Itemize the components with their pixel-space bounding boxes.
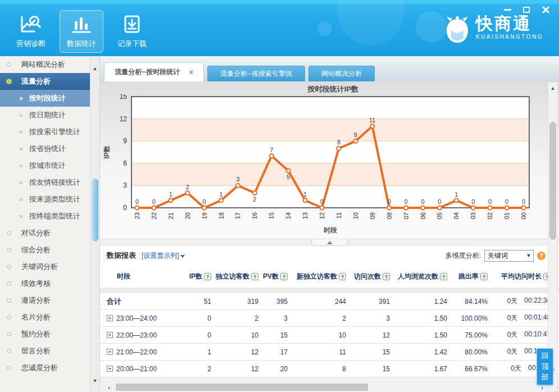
sidebar-item-label: 流量分析 [21, 76, 51, 86]
back-to-top-char: 顶 [542, 362, 549, 372]
expand-row-icon[interactable]: + [107, 349, 113, 355]
column-help-icon[interactable]: ? [204, 273, 211, 280]
sidebar-item-14[interactable]: 邀请分析 [0, 292, 99, 309]
window-controls [502, 4, 551, 15]
column-header-label: PV数 [263, 272, 279, 281]
minimize-button[interactable] [502, 4, 513, 15]
expand-row-icon[interactable]: + [107, 366, 113, 372]
sidebar-scrollbar[interactable]: ▲ ▼ [90, 56, 99, 392]
column-help-icon[interactable]: ? [440, 273, 447, 280]
column-header-label: 新独立访客数 [297, 272, 337, 281]
period-cell: 合计 [100, 297, 184, 307]
svg-text:21: 21 [167, 212, 174, 219]
sidebar-scroll-up-arrow[interactable]: ▲ [90, 64, 99, 73]
toolbar-record-download[interactable]: 记录下载 [110, 10, 154, 53]
svg-text:0: 0 [203, 198, 206, 205]
column-help-icon[interactable]: ? [280, 273, 288, 280]
sidebar-item-5[interactable]: »按省份统计 [0, 140, 99, 157]
sidebar-item-8[interactable]: »按来源类型统计 [0, 191, 99, 208]
column-help-icon[interactable]: ? [480, 273, 488, 280]
scroll-up-arrow[interactable]: ▲ [548, 84, 557, 93]
svg-text:1: 1 [169, 191, 172, 198]
app-window: 营销诊断 数据统计 记录下载 快商通 KUAISHANGTONG [0, 0, 559, 392]
sidebar-item-16[interactable]: 预约分析 [0, 326, 99, 343]
cell-IP数: 1 [184, 348, 213, 356]
tab-close-icon[interactable]: × [189, 68, 193, 76]
column-header-2: 独立访客数? [213, 272, 261, 281]
sidebar-item-label: 按日期统计 [29, 110, 66, 120]
sidebar-item-11[interactable]: 综合分析 [0, 241, 99, 258]
svg-text:1: 1 [303, 191, 307, 198]
bullet-icon [7, 315, 11, 320]
sidebar-item-6[interactable]: »按城市统计 [0, 157, 99, 174]
column-help-icon[interactable]: ? [339, 273, 346, 280]
vertical-scroll-thumb[interactable] [549, 122, 556, 240]
sidebar-item-label: 对话分析 [21, 228, 51, 238]
sidebar-item-7[interactable]: »按友情链接统计 [0, 174, 99, 191]
horizontal-scroll-thumb[interactable] [116, 384, 368, 391]
column-header-6: 人均浏览次数? [392, 272, 449, 281]
sidebar-item-2[interactable]: »按时段统计 [0, 90, 99, 107]
sidebar-item-1[interactable]: 流量分析 [0, 73, 99, 90]
cell-新独立访客数: 2 [290, 314, 348, 322]
main-vertical-scrollbar[interactable]: ▲ ▼ [548, 82, 558, 392]
sidebar-item-12[interactable]: 关键词分析 [0, 258, 99, 275]
tab-2[interactable]: 网站概况分析 [308, 66, 375, 81]
sidebar-item-label: 综合分析 [21, 245, 51, 255]
set-columns-link[interactable]: [设置显示列] [142, 251, 185, 261]
toolbar-marketing-diagnosis[interactable]: 营销诊断 [9, 10, 53, 53]
cell-访问次数: 391 [348, 298, 392, 306]
sidebar-item-4[interactable]: »按搜索引擎统计 [0, 124, 99, 140]
svg-text:2: 2 [253, 196, 256, 203]
svg-text:9: 9 [354, 131, 357, 138]
tab-1[interactable]: 流量分析--按搜索引擎统 [207, 66, 305, 81]
sidebar-item-13[interactable]: 绩效考核 [0, 275, 99, 292]
sidebar-nav: 网站概况分析流量分析»按时段统计»按日期统计»按搜索引擎统计»按省份统计»按城市… [0, 56, 100, 392]
scroll-left-arrow[interactable]: ‹ [104, 384, 113, 391]
sidebar-item-label: 按时段统计 [29, 93, 66, 103]
multi-dimension-help-icon[interactable]: ? [537, 252, 546, 260]
cell-跳出率: 80.00% [449, 348, 490, 356]
dimension-select-value: 关键词 [485, 251, 524, 261]
collapse-chart-button[interactable] [311, 239, 348, 246]
close-icon [542, 6, 549, 13]
svg-text:0: 0 [123, 204, 127, 212]
expand-row-icon[interactable]: + [107, 315, 113, 321]
cell-独立访客数: 12 [213, 365, 261, 373]
svg-text:11: 11 [335, 212, 342, 218]
cell-访问次数: 15 [348, 348, 392, 356]
back-to-top-button[interactable]: 回顶部 [537, 348, 553, 385]
toolbar-data-statistics[interactable]: 数据统计 [60, 10, 103, 53]
dimension-select[interactable]: 关键词 ▼ [484, 250, 534, 262]
cell-人均浏览次数: 1.42 [392, 348, 449, 356]
sidebar-item-15[interactable]: 名片分析 [0, 309, 99, 326]
column-help-icon[interactable]: ? [251, 273, 258, 280]
sidebar-item-17[interactable]: 留言分析 [0, 343, 99, 359]
svg-text:12: 12 [319, 212, 325, 219]
sidebar-item-18[interactable]: 忠诚度分析 [0, 359, 99, 376]
sidebar-scroll-thumb[interactable] [92, 179, 98, 241]
svg-text:06: 06 [420, 212, 426, 219]
sidebar-item-label: 按省份统计 [29, 144, 66, 154]
table-row-2: +22:00—23:000101510121.5075.00%0天00:10:4… [100, 327, 559, 344]
svg-text:3: 3 [236, 176, 239, 183]
cell-PV数: 15 [261, 331, 290, 339]
expand-row-icon[interactable]: + [107, 332, 113, 338]
close-button[interactable] [540, 4, 551, 15]
maximize-button[interactable] [521, 4, 532, 15]
marketing-diagnosis-icon [20, 15, 42, 35]
sidebar-item-10[interactable]: 对话分析 [0, 225, 99, 241]
sidebar-item-9[interactable]: »按终端类型统计 [0, 208, 99, 225]
column-help-icon[interactable]: ? [383, 273, 390, 280]
period-label: 合计 [107, 297, 121, 307]
bullet-icon [7, 298, 11, 303]
cell-独立访客数: 10 [213, 331, 261, 339]
bullet-icon [7, 332, 11, 336]
sidebar-scroll-down-arrow[interactable]: ▼ [90, 376, 99, 385]
sidebar-item-3[interactable]: »按日期统计 [0, 107, 99, 124]
horizontal-scrollbar[interactable]: ‹ › [104, 382, 547, 392]
chart-title: 按时段统计IP数 [117, 81, 549, 94]
sidebar-item-0[interactable]: 网站概况分析 [0, 56, 99, 73]
tab-0[interactable]: 流量分析--按时段统计× [104, 62, 204, 81]
sidebar-item-label: 按终端类型统计 [29, 211, 80, 221]
